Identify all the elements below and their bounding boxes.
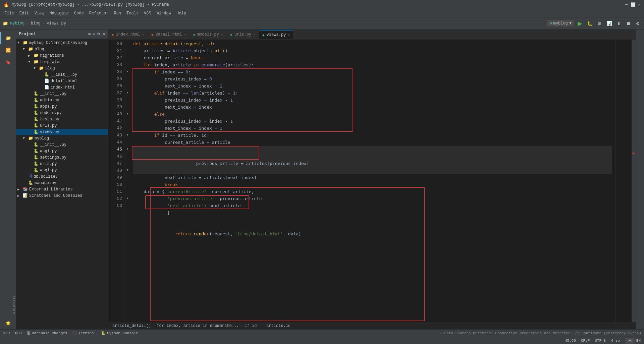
tree-item-blog[interactable]: ▼ 📁 blog (16, 46, 108, 52)
tab-py-icon3: ◈ (262, 33, 265, 37)
tab-detail-html[interactable]: ◈ detail.html ✕ (148, 30, 190, 39)
tab-close-views[interactable]: ✕ (288, 33, 290, 37)
code-content[interactable]: def article_detail(request, id): article… (130, 40, 615, 322)
tab-urls-py[interactable]: ◈ urls.py ✕ (227, 30, 259, 39)
tab-close-models[interactable]: ✕ (221, 33, 223, 37)
tree-item-apps-py[interactable]: 🐍 apps.py (16, 103, 108, 110)
terminal-button[interactable]: ⬛ Terminal (72, 331, 96, 335)
sidebar-icon-commits[interactable]: 🔀 (0, 44, 16, 56)
tree-item-templates[interactable]: ▼ 📁 templates (16, 59, 108, 65)
close-button[interactable]: ✕ (638, 2, 641, 7)
app-icon: 🔥 (3, 2, 9, 8)
tree-item-tests-py[interactable]: 🐍 tests.py (16, 116, 108, 122)
sidebar-icon-project[interactable]: 📁 (0, 32, 16, 44)
tab-close-urls[interactable]: ✕ (253, 33, 255, 37)
panel-sync-button[interactable]: ⊕ (88, 32, 91, 36)
tab-close-detail[interactable]: ✕ (184, 33, 186, 37)
code-line-45: previous_article = articles[previous_ind… (133, 146, 612, 174)
tree-item-index-html[interactable]: 📄 index.html (16, 84, 108, 91)
tree-item-asgi-py[interactable]: 🐍 asgi.py (16, 148, 108, 154)
maximize-button[interactable]: ⬜ (631, 2, 636, 7)
tree-item-scratches[interactable]: ▶ 📝 Scratches and Consoles (16, 192, 108, 199)
tree-item-myblog-dir[interactable]: ▼ 📁 myblog (16, 135, 108, 141)
folder-icon: 📁 (39, 66, 44, 71)
editor-area: ◈ index.html ✕ ◈ detail.html ✕ ◈ models.… (108, 30, 636, 329)
more-run-button[interactable]: ⏸ (615, 21, 623, 26)
toolbar-breadcrumb-views[interactable]: views.py (47, 21, 66, 26)
menu-navigate[interactable]: Navigate (47, 10, 71, 16)
breadcrumb-if[interactable]: if id == article.id (245, 324, 290, 328)
tree-item-models-py[interactable]: 🐍 models.py (16, 110, 108, 116)
left-icon-strip: 📁 🔀 🔖 Structure ⭐ (0, 30, 16, 329)
code-line-43: if id == article. id: (133, 132, 612, 139)
language-indicator: 🎮 EN (625, 338, 641, 344)
tree-item-ext-libs[interactable]: ▶ 📚 External Libraries (16, 186, 108, 192)
sidebar-icon-bookmarks[interactable]: 🔖 (0, 56, 16, 68)
tree-item-init-html[interactable]: 🐍 __init__.py (16, 71, 108, 78)
code-line-42: next_index = index + 1 (133, 125, 612, 132)
menu-code[interactable]: Code (71, 10, 87, 16)
tree-item-urls-myblog[interactable]: 🐍 urls.py (16, 161, 108, 167)
cursor-position[interactable]: 45:56 (565, 339, 576, 343)
project-title: Project (19, 32, 36, 37)
sidebar-icon-favorites[interactable]: ⭐ (0, 317, 16, 329)
code-editor[interactable]: 30 31 32 33 34 35 36 37 38 39 40 41 42 4… (108, 40, 636, 322)
run-button[interactable]: ▶ (576, 20, 584, 27)
menu-tools[interactable]: Tools (124, 10, 141, 16)
tree-item-settings-py[interactable]: 🐍 settings.py (16, 154, 108, 161)
stop-button[interactable]: ⏹ (625, 21, 632, 26)
run-config[interactable]: ⚙ myblog ▼ (547, 20, 574, 26)
py-file-icon: 🐍 (44, 72, 49, 77)
coverage-button[interactable]: ⚙ (596, 21, 603, 26)
tree-item-db[interactable]: 🗄 db.sqlite3 (16, 173, 108, 180)
panel-gear-button[interactable]: ⚙ (97, 32, 100, 36)
tree-item-views-py[interactable]: 🐍 views.py (16, 129, 108, 135)
panel-settings-button[interactable]: ≡ (93, 32, 95, 36)
menu-window[interactable]: Window (154, 10, 174, 16)
tree-item-wsgi-py[interactable]: 🐍 wsgi.py (16, 167, 108, 173)
tab-views-py[interactable]: ◈ views.py ✕ (259, 30, 293, 39)
menu-refactor[interactable]: Refactor (87, 10, 111, 16)
terminal-label: Terminal (78, 331, 96, 335)
tree-item-manage-py[interactable]: 🐍 manage.py (16, 180, 108, 186)
todo-button[interactable]: ☑ 6: TODO (3, 331, 22, 335)
menu-edit[interactable]: Edit (17, 10, 32, 16)
py-icon: 🐍 (34, 91, 39, 96)
debug-button[interactable]: 🐛 (586, 21, 594, 26)
tree-item-admin-py[interactable]: 🐍 admin.py (16, 97, 108, 103)
tree-item-init-py[interactable]: 🐍 __init__.py (16, 91, 108, 97)
settings-button[interactable]: ⚙ (634, 21, 641, 26)
tab-close-index[interactable]: ✕ (142, 33, 144, 37)
panel-close-button[interactable]: ✕ (102, 32, 105, 36)
tree-item-blog-templates[interactable]: ▼ 📁 blog (16, 65, 108, 71)
tree-item-urls-py[interactable]: 🐍 urls.py (16, 122, 108, 129)
breadcrumb-for[interactable]: for index, article in enumerate... (157, 324, 239, 328)
project-panel-header: Project ⊕ ≡ ⚙ ✕ (16, 30, 108, 39)
menu-run[interactable]: Run (111, 10, 124, 16)
db-changes-button[interactable]: 🗄 Database Changes (27, 331, 67, 335)
tab-index-html[interactable]: ◈ index.html ✕ (108, 30, 148, 39)
python-console-button[interactable]: 🐍 Python Console (101, 331, 138, 335)
line-ending[interactable]: CRLF (581, 339, 590, 343)
tab-views-label: views.py (267, 33, 286, 37)
indent[interactable]: 4 sp (611, 339, 620, 343)
menu-view[interactable]: View (32, 10, 47, 16)
code-line-50: 'next_article': next_article (133, 202, 612, 209)
minimize-button[interactable]: — (626, 2, 628, 7)
profile-button[interactable]: 📊 (605, 21, 613, 26)
tree-item-migrations[interactable]: ▶ 📁 migrations (16, 52, 108, 59)
menu-vcs[interactable]: VCS (141, 10, 154, 16)
tab-models-py[interactable]: ◈ models.py ✕ (190, 30, 227, 39)
tree-item-init-myblog[interactable]: 🐍 __init__.py (16, 141, 108, 148)
toolbar-breadcrumb-myblog[interactable]: myblog (10, 21, 24, 26)
sidebar-icon-structure[interactable]: Structure (0, 292, 16, 317)
menu-file[interactable]: File (2, 10, 17, 16)
py-icon4: 🐍 (34, 110, 39, 115)
tree-item-detail-html[interactable]: 📄 detail.html (16, 78, 108, 84)
breadcrumb-bar: article_detail() › for index, article in… (108, 322, 636, 329)
tree-item-root[interactable]: ▼ 📁 myblog D:\project\myblog (16, 40, 108, 46)
breadcrumb-func[interactable]: article_detail() (112, 324, 151, 328)
encoding[interactable]: UTF-8 (595, 339, 606, 343)
menu-help[interactable]: Help (174, 10, 189, 16)
toolbar-breadcrumb-blog[interactable]: blog (31, 21, 41, 26)
